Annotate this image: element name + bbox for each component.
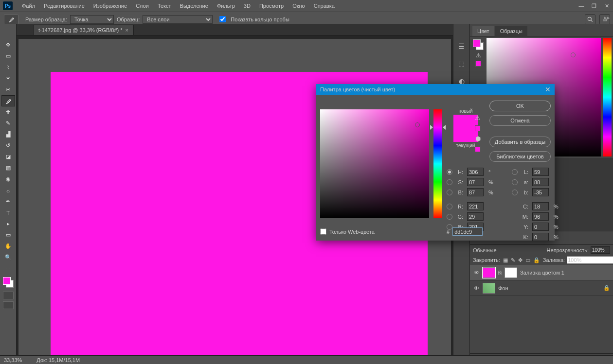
gamut-warning-icon[interactable]: ⚠ xyxy=(476,52,481,59)
menu-select[interactable]: Выделение xyxy=(176,1,213,11)
radio-a[interactable] xyxy=(512,179,518,185)
input-c[interactable] xyxy=(532,202,549,210)
menu-help[interactable]: Справка xyxy=(309,1,339,11)
pen-tool-icon[interactable]: ✒ xyxy=(1,196,15,207)
lasso-tool-icon[interactable]: ⌇ xyxy=(1,62,15,73)
ring-checkbox[interactable] xyxy=(219,16,226,22)
input-r[interactable] xyxy=(467,202,484,210)
gamut-closest-swatch[interactable] xyxy=(475,125,481,131)
close-tab-icon[interactable]: × xyxy=(126,27,128,33)
gamut-closest-swatch[interactable] xyxy=(475,61,481,67)
menu-layers[interactable]: Слои xyxy=(131,1,153,11)
stamp-tool-icon[interactable]: ▟ xyxy=(1,129,15,140)
opacity-input[interactable] xyxy=(591,246,610,254)
menu-file[interactable]: Файл xyxy=(18,1,39,11)
move-tool-icon[interactable]: ✥ xyxy=(1,39,15,51)
window-close-icon[interactable]: ✕ xyxy=(600,0,613,12)
healing-tool-icon[interactable]: ✚ xyxy=(1,106,15,118)
tab-swatches[interactable]: Образцы xyxy=(495,26,527,36)
more-tools-icon[interactable]: ⋯ xyxy=(1,263,15,274)
dialog-close-icon[interactable]: ✕ xyxy=(545,86,551,93)
rectangle-tool-icon[interactable]: ▭ xyxy=(1,229,15,241)
picker-hue-slider[interactable] xyxy=(433,109,442,218)
gradient-tool-icon[interactable]: ▨ xyxy=(1,162,15,173)
menu-edit[interactable]: Редактирование xyxy=(39,1,89,11)
picker-color-field[interactable] xyxy=(320,109,429,218)
color-field-cursor[interactable] xyxy=(571,52,576,57)
layer-row[interactable]: 👁 Фон 🔒 xyxy=(470,280,613,296)
history-brush-tool-icon[interactable]: ↺ xyxy=(1,140,15,151)
input-m[interactable] xyxy=(532,212,549,221)
layer-name[interactable]: Заливка цветом 1 xyxy=(520,270,564,276)
gamut-warning-icon[interactable]: ⚠ xyxy=(475,114,481,121)
blur-tool-icon[interactable]: ◉ xyxy=(1,173,15,185)
dialog-titlebar[interactable]: Палитра цветов (чистый цвет) ✕ xyxy=(316,84,555,95)
radio-g[interactable] xyxy=(447,214,452,220)
zoom-level[interactable]: 33,33% xyxy=(4,357,22,363)
add-to-swatches-button[interactable]: Добавить в образцы xyxy=(489,137,551,147)
input-a[interactable] xyxy=(532,178,549,186)
menu-window[interactable]: Окно xyxy=(288,1,309,11)
menu-3d[interactable]: 3D xyxy=(239,1,255,11)
foreground-color-swatch[interactable] xyxy=(3,277,11,285)
hue-arrow-right-icon[interactable] xyxy=(443,125,446,130)
fill-input[interactable] xyxy=(567,256,613,264)
input-b[interactable] xyxy=(532,188,549,196)
lock-artboard-icon[interactable]: ▭ xyxy=(525,257,530,263)
websafe-closest-swatch[interactable] xyxy=(475,146,481,152)
crop-tool-icon[interactable]: ✂ xyxy=(1,84,15,95)
radio-s[interactable] xyxy=(447,179,452,185)
quickmask-icon[interactable] xyxy=(3,292,14,299)
document-tab[interactable]: t-1472687.jpg @ 33,3% (RGB/8#) * × xyxy=(33,25,134,35)
hex-input[interactable] xyxy=(452,227,483,236)
input-s[interactable] xyxy=(467,178,484,186)
radio-b[interactable] xyxy=(512,190,518,195)
websafe-checkbox[interactable] xyxy=(320,228,326,235)
layer-thumb[interactable] xyxy=(483,267,495,278)
sample-select[interactable]: Все слои xyxy=(143,15,213,24)
type-tool-icon[interactable]: T xyxy=(1,207,15,218)
fg-bg-swatches[interactable] xyxy=(3,277,14,288)
quick-select-tool-icon[interactable]: ✶ xyxy=(1,73,15,84)
screenmode-icon[interactable] xyxy=(3,301,14,309)
menu-view[interactable]: Просмотр xyxy=(255,1,288,11)
websafe-warning-icon[interactable]: ⬢ xyxy=(475,135,481,142)
doc-size[interactable]: Док: 15,1M/15,1M xyxy=(36,357,80,363)
sample-size-select[interactable]: Точка xyxy=(70,15,114,24)
menu-filter[interactable]: Фильтр xyxy=(213,1,239,11)
picker-field-cursor[interactable] xyxy=(415,122,420,127)
path-select-tool-icon[interactable]: ▸ xyxy=(1,218,15,229)
zoom-tool-icon[interactable]: 🔍 xyxy=(1,252,15,263)
input-k[interactable] xyxy=(532,233,549,241)
lock-position-icon[interactable]: ✥ xyxy=(518,257,523,263)
properties-panel-icon[interactable]: ⬚ xyxy=(456,58,467,69)
collapse-dock-icon[interactable]: ▸▸ xyxy=(604,15,610,21)
radio-bv[interactable] xyxy=(447,190,452,195)
visibility-icon[interactable]: 👁 xyxy=(473,270,480,276)
blend-mode-value[interactable]: Обычные xyxy=(473,247,497,253)
marquee-tool-icon[interactable]: ▭ xyxy=(1,51,15,62)
eyedropper-tool-icon[interactable] xyxy=(4,14,18,25)
eraser-tool-icon[interactable]: ◪ xyxy=(1,151,15,162)
hand-tool-icon[interactable]: ✋ xyxy=(1,241,15,252)
cancel-button[interactable]: Отмена xyxy=(489,115,551,126)
radio-l[interactable] xyxy=(512,169,518,175)
hue-arrow-left-icon[interactable] xyxy=(430,125,433,130)
ok-button[interactable]: OK xyxy=(489,101,551,111)
color-libraries-button[interactable]: Библиотеки цветов xyxy=(489,151,551,162)
input-bv[interactable] xyxy=(467,188,484,196)
input-y[interactable] xyxy=(532,223,549,231)
window-restore-icon[interactable]: ❐ xyxy=(588,0,600,12)
input-l[interactable] xyxy=(532,168,549,176)
layer-thumb[interactable] xyxy=(483,283,495,294)
history-panel-icon[interactable]: ☰ xyxy=(456,41,467,52)
brush-tool-icon[interactable]: ✎ xyxy=(1,118,15,129)
panel-fg-bg-swatches[interactable] xyxy=(473,39,484,50)
input-g[interactable] xyxy=(467,212,484,221)
new-current-swatch[interactable] xyxy=(453,115,478,142)
layer-name[interactable]: Фон xyxy=(498,285,508,291)
menu-type[interactable]: Текст xyxy=(153,1,176,11)
window-minimize-icon[interactable]: — xyxy=(575,0,588,12)
visibility-icon[interactable]: 👁 xyxy=(473,285,480,291)
lock-all-icon[interactable]: 🔒 xyxy=(533,257,540,263)
